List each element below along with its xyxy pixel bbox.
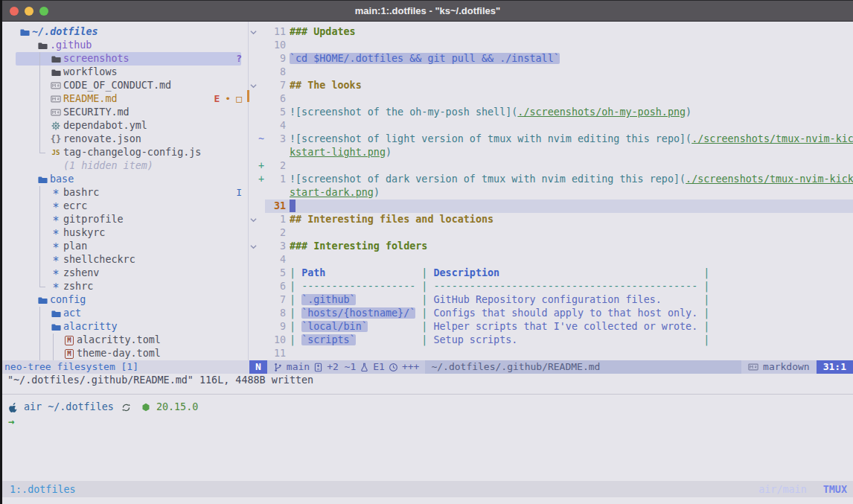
tree-item-shellcheckrc[interactable]: *shellcheckrc <box>2 253 248 267</box>
tree-item-label: shellcheckrc <box>63 253 135 267</box>
tree-item-theme-day.toml[interactable]: Mtheme-day.toml <box>2 347 248 360</box>
line-text: start-dark.png) <box>290 186 380 200</box>
tree-item-security.md[interactable]: SECURITY.md <box>2 106 248 119</box>
git-segment: main +2 ~1 E1 +++ <box>267 360 426 374</box>
tree-item-act[interactable]: act <box>2 307 248 320</box>
line-number <box>265 146 286 159</box>
tree-item-plan[interactable]: *plan <box>2 240 248 253</box>
editor-line[interactable]: start-dark.png) <box>249 186 853 200</box>
tree-item-workflows[interactable]: workflows <box>2 66 248 79</box>
tree-item-label: README.md <box>63 92 118 106</box>
tree-item-config[interactable]: config <box>2 293 248 307</box>
tree-item-label: plan <box>63 240 87 253</box>
tree-item-.github[interactable]: .github <box>2 39 248 52</box>
tree-item-tag-changelog-config.js[interactable]: JStag-changelog-config.js <box>2 146 248 159</box>
line-text: ## The looks <box>290 79 362 92</box>
editor-line[interactable]: 5![screenshot of the oh-my-posh shell](.… <box>249 106 853 119</box>
fold-icon[interactable] <box>249 79 258 92</box>
fold-icon[interactable] <box>249 213 258 226</box>
tree-item-label: renovate.json <box>63 133 141 146</box>
folder-icon <box>50 321 62 333</box>
editor-line[interactable]: 4 <box>249 253 853 267</box>
tree-item-zshrc[interactable]: *zshrc <box>2 280 248 293</box>
tree-guide <box>39 79 40 92</box>
tree-item-label: SECURITY.md <box>63 106 130 119</box>
shell-pane[interactable]: air ~/.dotfiles 20.15.0 → <box>2 395 853 481</box>
editor-line[interactable]: 8 <box>249 66 853 79</box>
status-badge: I <box>236 186 242 200</box>
tree-item-label: zshenv <box>63 267 99 280</box>
editor-line[interactable]: 9`cd $HOME/.dotfiles && git pull && ./in… <box>249 52 853 66</box>
tree-item-readme.md[interactable]: README.mdE•□ <box>2 92 248 106</box>
fold-column <box>249 253 258 267</box>
sign-column <box>258 320 265 334</box>
tree-item-gitprofile[interactable]: *gitprofile <box>2 213 248 226</box>
tree-guide <box>39 320 40 334</box>
fold-column <box>249 280 258 293</box>
editor-line[interactable]: 6| ------------------- | ---------------… <box>249 280 853 293</box>
folder-icon <box>36 294 48 306</box>
editor-line[interactable]: +1![screenshot of dark version of tmux w… <box>249 173 853 186</box>
tree-item-alacritty[interactable]: alacritty <box>2 320 248 334</box>
editor-line[interactable]: 4 <box>249 119 853 133</box>
fold-icon[interactable] <box>249 25 258 39</box>
tree-item-alacritty.toml[interactable]: Malacritty.toml <box>2 334 248 347</box>
window-title: main:1:.dotfiles - "ks~/.dotfiles" <box>2 5 853 16</box>
editor-line[interactable]: 10 <box>249 39 853 52</box>
line-number: 9 <box>265 52 286 66</box>
editor-line[interactable]: 11### Updates <box>249 25 853 39</box>
prompt-host: air <box>24 401 42 414</box>
editor-line[interactable]: 1## Interesting files and locations <box>249 213 853 226</box>
star-icon: * <box>50 254 62 266</box>
prompt-arrow[interactable]: → <box>8 414 853 429</box>
tree-item-dependabot.yml[interactable]: dependabot.yml <box>2 119 248 133</box>
tmux-window-item[interactable]: 1:.dotfiles <box>2 484 76 495</box>
folder-icon <box>36 173 48 185</box>
tree-item-label: screenshots <box>63 52 130 66</box>
fold-icon[interactable] <box>249 240 258 253</box>
editor-line[interactable]: +2 <box>249 159 853 173</box>
tree-item-label: theme-day.toml <box>77 347 161 360</box>
editor-line[interactable]: 2 <box>249 226 853 240</box>
line-number: 3 <box>265 133 286 146</box>
editor-line[interactable]: 11 <box>249 347 853 360</box>
tree-item-base[interactable]: base <box>2 173 248 186</box>
fold-column <box>249 347 258 360</box>
scrollbar-mark <box>247 90 249 102</box>
sign-column <box>258 307 265 320</box>
tree-item-renovate.json[interactable]: {}renovate.json <box>2 133 248 146</box>
sign-column <box>258 52 265 66</box>
toml-icon: M <box>63 334 75 346</box>
editor-line[interactable]: 8| `hosts/{hostname}/` | Configs that sh… <box>249 307 853 320</box>
editor-line[interactable]: ~3![screenshot of light version of tmux … <box>249 133 853 146</box>
editor-line[interactable]: 6 <box>249 92 853 106</box>
editor-line[interactable]: 5| Path | Description | <box>249 267 853 280</box>
line-number: 7 <box>265 79 286 92</box>
tree-item-screenshots[interactable]: screenshots? <box>2 52 248 66</box>
tree-item-zshenv[interactable]: *zshenv <box>2 267 248 280</box>
neotree-statusline: neo-tree filesystem [1] <box>2 360 249 374</box>
markdown-file-icon <box>50 106 62 118</box>
fold-column <box>249 173 258 186</box>
line-number: 31 <box>265 200 286 213</box>
editor-line[interactable]: 3### Interesting folders <box>249 240 853 253</box>
node-icon <box>141 403 150 412</box>
tree-item-huskyrc[interactable]: *huskyrc <box>2 226 248 240</box>
tree-item--.dotfiles[interactable]: ~/.dotfiles <box>2 25 248 39</box>
sign-column <box>258 146 265 159</box>
shell-prompt-line: air ~/.dotfiles 20.15.0 <box>8 401 853 414</box>
tree-item-bashrc[interactable]: *bashrcI <box>2 186 248 200</box>
tree-item-code-of-conduct.md[interactable]: CODE_OF_CONDUCT.md <box>2 79 248 92</box>
status-badge: • <box>225 92 231 106</box>
titlebar: main:1:.dotfiles - "ks~/.dotfiles" <box>2 0 853 22</box>
editor-line[interactable]: 7## The looks <box>249 79 853 92</box>
editor-line[interactable]: kstart-light.png) <box>249 146 853 159</box>
editor-line[interactable]: 31 <box>249 200 853 213</box>
editor-line[interactable]: 9| `local/bin` | Helper scripts that I'v… <box>249 320 853 334</box>
tree-item--1-hidden-item-[interactable]: (1 hidden item) <box>2 159 248 173</box>
editor-buffer[interactable]: 11### Updates109`cd $HOME/.dotfiles && g… <box>249 22 853 360</box>
editor-line[interactable]: 10| `scripts` | Setup scripts. | <box>249 334 853 347</box>
tmux-session-name: air/main <box>758 484 807 495</box>
tree-item-ecrc[interactable]: *ecrc <box>2 200 248 213</box>
editor-line[interactable]: 7| `.github` | GitHub Repository configu… <box>249 293 853 307</box>
